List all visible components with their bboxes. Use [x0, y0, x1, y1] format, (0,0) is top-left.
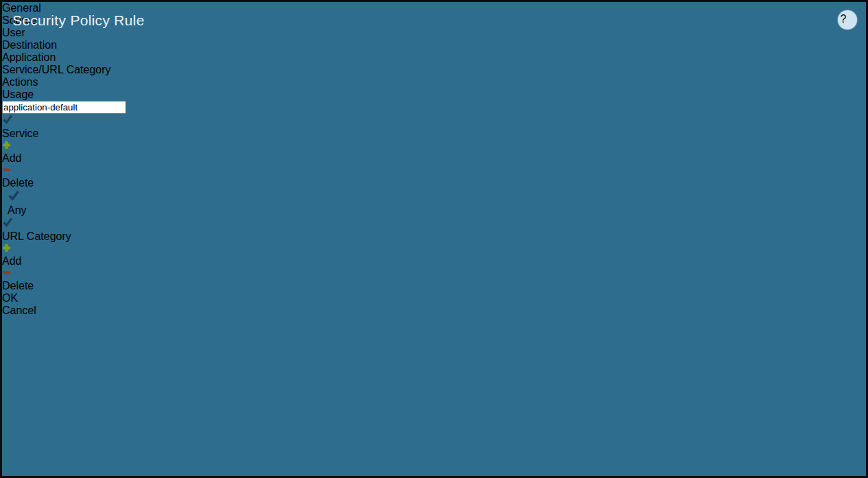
ok-button[interactable]: OK: [2, 292, 866, 304]
help-button[interactable]: ?: [838, 10, 857, 29]
tab-service-url-category[interactable]: Service/URL Category: [2, 64, 866, 76]
tab-destination[interactable]: Destination: [2, 39, 866, 51]
any-label: Any: [8, 204, 27, 216]
url-category-panel: Any URL Category Add: [2, 189, 866, 292]
url-category-delete-button[interactable]: Delete: [2, 267, 866, 292]
tab-usage[interactable]: Usage: [2, 88, 866, 101]
service-column-header[interactable]: Service: [2, 128, 38, 139]
url-category-column-header[interactable]: URL Category: [2, 230, 71, 242]
checkmark-icon: [8, 189, 20, 202]
plus-icon: [2, 140, 866, 152]
service-type-bar: [2, 101, 866, 114]
cancel-button[interactable]: Cancel: [2, 304, 866, 317]
service-select-all-checkbox[interactable]: [2, 114, 866, 128]
service-panel: Service Add Delete: [2, 101, 866, 189]
dialog-title: Security Policy Rule: [12, 12, 145, 29]
checkmark-icon: [2, 217, 13, 228]
service-add-button[interactable]: Add: [2, 140, 866, 165]
url-category-any-bar: Any: [2, 189, 866, 217]
service-type-input[interactable]: [2, 101, 126, 114]
tab-actions[interactable]: Actions: [2, 76, 866, 88]
plus-icon: [2, 243, 866, 255]
service-delete-button[interactable]: Delete: [2, 165, 866, 189]
url-category-table-header: URL Category: [2, 217, 866, 243]
url-category-table-footer: Add Delete: [2, 243, 866, 292]
service-table-header: Service: [2, 114, 866, 140]
checkmark-icon: [2, 114, 13, 125]
tab-application[interactable]: Application: [2, 51, 866, 64]
minus-icon: [2, 165, 866, 177]
url-category-add-button[interactable]: Add: [2, 243, 866, 267]
security-policy-rule-dialog: Security Policy Rule ? General Source Us…: [0, 0, 868, 478]
service-type-combobox: [2, 101, 866, 114]
any-checkbox[interactable]: [8, 189, 866, 204]
url-category-select-all-checkbox[interactable]: [2, 217, 866, 230]
help-question-icon: ?: [841, 13, 855, 27]
service-table-footer: Add Delete: [2, 140, 866, 189]
tab-content-area: Service Add Delete: [2, 101, 866, 292]
minus-icon: [2, 267, 866, 280]
